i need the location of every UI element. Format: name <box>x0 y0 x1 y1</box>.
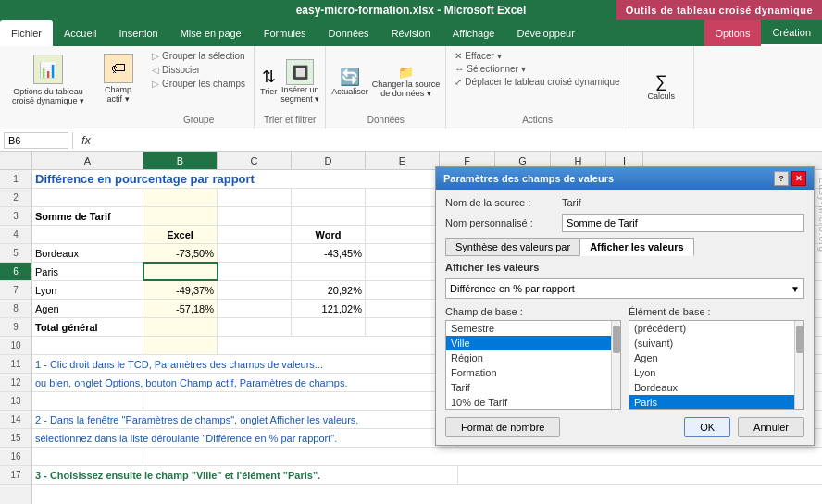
list-item-region[interactable]: Région <box>446 350 611 365</box>
cancel-btn[interactable]: Annuler <box>738 417 804 437</box>
cell-b4[interactable]: Excel <box>143 226 218 243</box>
dialog-close-btn[interactable]: ✕ <box>791 171 806 186</box>
cell-a14[interactable]: 2 - Dans la fenêtre "Paramètres de champ… <box>32 411 458 428</box>
cell-b2[interactable] <box>143 189 218 206</box>
cell-e6[interactable] <box>366 263 440 280</box>
effacer-btn[interactable]: ✕Effacer ▾ <box>452 50 504 62</box>
base-field-scrollbar[interactable] <box>611 321 620 409</box>
grouper-selection-btn[interactable]: ▷ Grouper la sélection <box>149 50 248 62</box>
cell-a6[interactable]: Paris <box>32 263 143 280</box>
cell-e2[interactable] <box>366 189 440 206</box>
cell-a2[interactable] <box>32 189 143 206</box>
tab-creation[interactable]: Création <box>761 20 822 46</box>
cell-e5[interactable] <box>366 244 440 262</box>
cell-d7[interactable]: 20,92% <box>292 281 366 299</box>
cell-e7[interactable] <box>366 281 440 299</box>
cell-a3[interactable]: Somme de Tarif <box>32 207 143 225</box>
cell-b10[interactable] <box>143 337 218 354</box>
cell-a9[interactable]: Total général <box>32 318 143 336</box>
cell-a16[interactable] <box>32 448 143 465</box>
list-item-bordeaux[interactable]: Bordeaux <box>629 380 794 395</box>
cell-b8[interactable]: -57,18% <box>143 300 218 317</box>
cell-c5[interactable] <box>218 244 292 262</box>
cell-c7[interactable] <box>218 281 292 299</box>
cell-a5[interactable]: Bordeaux <box>32 244 143 262</box>
tab-donnees[interactable]: Données <box>318 20 380 46</box>
element-scrollbar[interactable] <box>794 321 803 409</box>
cell-b9[interactable] <box>143 318 218 336</box>
list-item-lyon[interactable]: Lyon <box>629 365 794 380</box>
cell-d5[interactable]: -43,45% <box>292 244 366 262</box>
list-item-agen[interactable]: Agen <box>629 350 794 365</box>
cell-b7[interactable]: -49,37% <box>143 281 218 299</box>
cell-b6[interactable] <box>143 263 218 280</box>
list-item-suivant[interactable]: (suivant) <box>629 336 794 350</box>
tab-afficher[interactable]: Afficher les valeurs <box>579 238 694 256</box>
col-header-d[interactable]: D <box>292 152 366 169</box>
cell-d8[interactable]: 121,02% <box>292 300 366 317</box>
tab-fichier[interactable]: Fichier <box>0 20 53 46</box>
pivot-options-btn[interactable]: 📊 Options du tableaucroisé dynamique ▾ <box>9 54 87 106</box>
cell-c6[interactable] <box>218 263 292 280</box>
cell-d9[interactable] <box>292 318 366 336</box>
cell-c8[interactable] <box>218 300 292 317</box>
format-number-btn[interactable]: Format de nombre <box>445 417 560 437</box>
cell-a17[interactable]: 3 - Choisissez ensuite le champ "Ville" … <box>32 466 458 484</box>
cell-e9[interactable] <box>366 318 440 336</box>
list-item-10pct[interactable]: 10% de Tarif <box>446 395 611 409</box>
list-item-ville[interactable]: Ville <box>446 336 611 350</box>
base-element-list[interactable]: (précédent) (suivant) Agen Lyon Bordeaux… <box>629 321 794 409</box>
cell-c2[interactable] <box>218 189 292 206</box>
display-mode-dropdown[interactable]: Différence en % par rapport ▼ <box>445 278 804 299</box>
cell-a12[interactable]: ou bien, onglet Options, bouton Champ ac… <box>32 374 458 391</box>
name-box[interactable] <box>4 132 68 149</box>
cell-a4[interactable] <box>32 226 143 243</box>
cell-c9[interactable] <box>218 318 292 336</box>
cell-a13[interactable] <box>32 392 143 410</box>
tab-affichage[interactable]: Affichage <box>442 20 506 46</box>
custom-name-input[interactable] <box>562 214 804 232</box>
cell-a10[interactable] <box>32 337 143 354</box>
tab-formules[interactable]: Formules <box>253 20 318 46</box>
cell-c4[interactable] <box>218 226 292 243</box>
cell-c3[interactable] <box>218 207 292 225</box>
cell-a11[interactable]: 1 - Clic droit dans le TCD, Paramètres d… <box>32 355 458 373</box>
tab-options[interactable]: Options <box>704 20 762 46</box>
cell-a15[interactable]: sélectionnez dans la liste déroulante "D… <box>32 429 458 447</box>
cell-e3[interactable] <box>366 207 440 225</box>
cell-b3[interactable] <box>143 207 218 225</box>
col-header-e[interactable]: E <box>366 152 440 169</box>
list-item-paris[interactable]: Paris <box>629 395 794 409</box>
tab-mise-en-page[interactable]: Mise en page <box>169 20 253 46</box>
dissocier-btn[interactable]: ◁ Dissocier <box>149 64 203 76</box>
list-item-semestre[interactable]: Semestre <box>446 321 611 336</box>
cell-d6[interactable] <box>292 263 366 280</box>
tab-developpeur[interactable]: Développeur <box>505 20 585 46</box>
selectionner-btn[interactable]: ↔Sélectionner ▾ <box>452 63 528 75</box>
cell-e8[interactable] <box>366 300 440 317</box>
cell-b5[interactable]: -73,50% <box>143 244 218 262</box>
deplacer-btn[interactable]: ⤢Déplacer le tableau croisé dynamique <box>452 76 622 88</box>
tab-insertion[interactable]: Insertion <box>107 20 168 46</box>
list-item-precedent[interactable]: (précédent) <box>629 321 794 336</box>
grouper-champs-btn[interactable]: ▷ Grouper les champs <box>149 78 248 90</box>
list-item-tarif[interactable]: Tarif <box>446 380 611 395</box>
cell-d2[interactable] <box>292 189 366 206</box>
tab-accueil[interactable]: Accueil <box>53 20 107 46</box>
base-field-list[interactable]: Semestre Ville Région Formation Tarif 10… <box>446 321 611 409</box>
cell-e4[interactable] <box>366 226 440 243</box>
col-header-b[interactable]: B <box>143 152 218 169</box>
list-item-formation[interactable]: Formation <box>446 365 611 380</box>
dialog-help-btn[interactable]: ? <box>774 171 789 186</box>
col-header-c[interactable]: C <box>218 152 292 169</box>
tab-synthese[interactable]: Synthèse des valeurs par <box>445 238 580 256</box>
ok-btn[interactable]: OK <box>684 417 730 437</box>
cell-a1[interactable]: Différence en pourcentage par rapport <box>32 170 458 188</box>
col-header-a[interactable]: A <box>32 152 143 169</box>
cell-d4[interactable]: Word <box>292 226 366 243</box>
formula-input[interactable] <box>99 135 818 146</box>
cell-d3[interactable] <box>292 207 366 225</box>
cell-a7[interactable]: Lyon <box>32 281 143 299</box>
tab-revision[interactable]: Révision <box>380 20 442 46</box>
cell-a8[interactable]: Agen <box>32 300 143 317</box>
